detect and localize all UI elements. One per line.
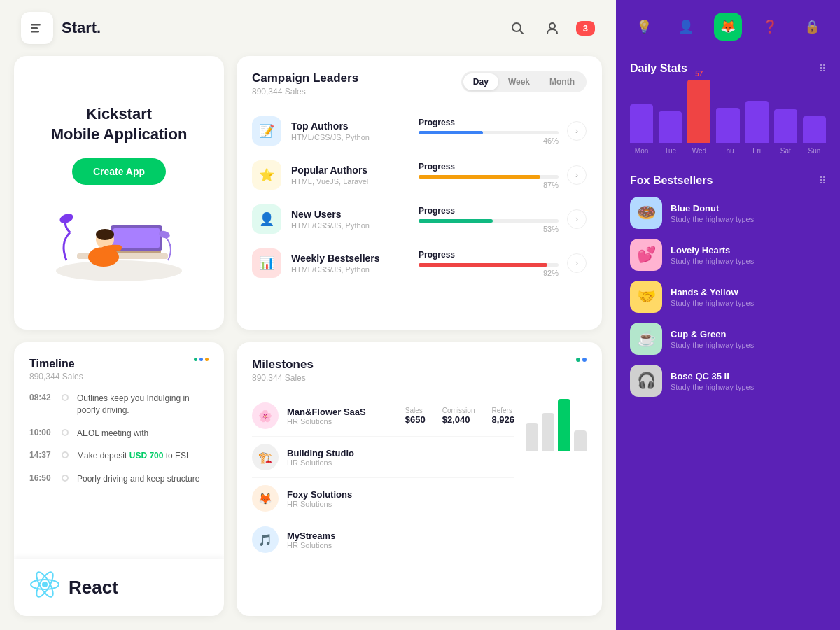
milestone-stats: Sales $650 Comission $2,040 Refers 8,926 (405, 407, 514, 425)
progress-pct: 87% (419, 181, 559, 189)
milestone-icon: 🦊 (252, 485, 279, 512)
timeline-title: Timeline (29, 358, 83, 370)
timeline-item: 16:50 Poorly driving and keep structure (29, 473, 209, 485)
campaign-subtitle: 890,344 Sales (252, 87, 358, 97)
bar-day-label: Sat (780, 147, 791, 155)
react-banner: React (14, 559, 224, 616)
fox-bestsellers-list: 🍩 Blue Donut Study the highway types 💕 L… (630, 197, 826, 397)
progress-bar-fill (419, 175, 540, 178)
filter-tab-week[interactable]: Week (498, 74, 540, 90)
filter-tab-day[interactable]: Day (463, 74, 498, 90)
sidebar-icon-user[interactable]: 👤 (672, 13, 700, 41)
bestseller-sub: Study the highway types (671, 257, 754, 265)
milestone-chart (526, 396, 587, 451)
campaign-row-icon: ⭐ (252, 160, 281, 190)
campaign-row: 👤 New Users HTML/CSS/JS, Python Progress… (252, 197, 587, 241)
bestseller-sub: Study the highway types (671, 383, 754, 391)
illustration (49, 204, 189, 281)
milestone-chart-bar (574, 430, 587, 451)
progress-bar-bg (419, 219, 559, 223)
bestseller-name: Blue Donut (671, 203, 754, 214)
search-icon[interactable] (506, 17, 528, 39)
bar-day-label: Tue (664, 147, 676, 155)
timeline-text: AEOL meeting with (77, 428, 148, 440)
timeline-item: 10:00 AEOL meeting with (29, 428, 209, 440)
daily-stat-bar-col: Tue (659, 111, 682, 155)
progress-label: Progress (419, 250, 559, 260)
daily-stat-bar-col: Fri (746, 101, 769, 155)
bestseller-name: Lovely Hearts (671, 245, 754, 255)
filter-tab-month[interactable]: Month (540, 74, 584, 90)
timeline-item: 08:42 Outlines keep you Indulging in poo… (29, 393, 209, 416)
bestseller-name: Hands & Yellow (671, 287, 754, 298)
refers-val: 8,926 (491, 414, 514, 425)
campaign-row-arrow[interactable]: › (567, 121, 587, 141)
svg-point-13 (96, 229, 114, 240)
bestseller-thumb: ☕ (630, 323, 662, 355)
bestseller-info: Bose QC 35 II Study the highway types (671, 371, 754, 391)
svg-line-4 (520, 31, 523, 34)
sidebar-icons: 💡 👤 🦊 ❓ 🔒 (616, 0, 840, 48)
timeline-time: 16:50 (29, 473, 62, 483)
milestone-row: 🌸 Man&Flower SaaS HR Solutions Sales $65… (252, 396, 514, 437)
fox-expand-icon[interactable]: ⠿ (819, 175, 826, 186)
commission-val: $2,040 (442, 414, 475, 425)
bar-day-label: Mon (635, 147, 648, 155)
milestone-row: 🎵 MyStreams HR Solutions (252, 519, 514, 560)
campaign-header: Campaign Leaders 890,344 Sales Day Week … (252, 71, 587, 97)
sidebar-icon-bulb[interactable]: 💡 (630, 13, 658, 41)
campaign-row: 📝 Top Authors HTML/CSS/JS, Python Progre… (252, 109, 587, 153)
bar-day-label: Wed (692, 147, 706, 155)
campaign-row-tech: HTML/CSS/JS, Python (291, 265, 419, 274)
logo-icon (21, 12, 53, 44)
bestseller-item: 🎧 Bose QC 35 II Study the highway types (630, 365, 826, 397)
daily-stats-title: Daily Stats (630, 62, 687, 75)
user-icon[interactable] (541, 17, 564, 39)
right-sidebar: 💡 👤 🦊 ❓ 🔒 Daily Stats ⠿ Mon Tue 57 Wed T… (616, 0, 840, 630)
peak-value: 57 (695, 70, 703, 78)
progress-pct: 92% (419, 269, 559, 277)
sidebar-icon-fox[interactable]: 🦊 (714, 13, 742, 41)
bar-day-label: Fri (752, 147, 761, 155)
bar-chart: Mon Tue 57 Wed Thu Fri Sat Sun (630, 85, 826, 155)
campaign-row: 📊 Weekly Bestsellers HTML/CSS/JS, Python… (252, 241, 587, 285)
bestseller-name: Bose QC 35 II (671, 371, 754, 382)
expand-icon[interactable]: ⠿ (819, 63, 826, 74)
milestone-icon: 🎵 (252, 526, 279, 553)
svg-point-5 (550, 23, 555, 29)
daily-stat-bar (687, 80, 710, 143)
timeline-subtitle: 890,344 Sales (29, 372, 83, 382)
campaign-rows: 📝 Top Authors HTML/CSS/JS, Python Progre… (252, 109, 587, 285)
campaign-row-icon: 📊 (252, 248, 281, 278)
react-label: React (69, 577, 118, 598)
milestone-chart-bar (558, 399, 570, 451)
kickstart-title: Kickstart Mobile Application (51, 104, 188, 144)
milestones-list: 🌸 Man&Flower SaaS HR Solutions Sales $65… (252, 396, 514, 601)
milestone-icon: 🌸 (252, 402, 279, 429)
timeline-text: Make deposit USD 700 to ESL (77, 450, 191, 462)
bestseller-sub: Study the highway types (671, 341, 754, 349)
campaign-row-tech: HTML/CSS/JS, Python (291, 133, 419, 141)
campaign-row-icon: 📝 (252, 116, 281, 146)
bestseller-item: ☕ Cup & Green Study the highway types (630, 323, 826, 355)
milestone-sub: HR Solutions (287, 500, 352, 508)
react-logo-icon (29, 569, 60, 606)
notification-badge[interactable]: 3 (576, 21, 595, 36)
sidebar-icon-lock[interactable]: 🔒 (798, 13, 826, 41)
fox-bestsellers-header: Fox Bestsellers ⠿ (630, 174, 826, 187)
sidebar-icon-question[interactable]: ❓ (756, 13, 784, 41)
campaign-row-arrow[interactable]: › (567, 165, 587, 185)
timeline-item: 14:37 Make deposit USD 700 to ESL (29, 450, 209, 462)
timeline-text: Poorly driving and keep structure (77, 473, 200, 485)
campaign-row-info: Popular Authors HTML, VueJS, Laravel (291, 164, 419, 186)
bestseller-sub: Study the highway types (671, 299, 754, 307)
milestone-chart-bar (542, 413, 554, 451)
campaign-row-arrow[interactable]: › (567, 209, 587, 229)
bestseller-item: 🤝 Hands & Yellow Study the highway types (630, 281, 826, 313)
progress-pct: 46% (419, 136, 559, 145)
campaign-row-name: Popular Authors (291, 164, 419, 176)
svg-rect-10 (113, 228, 160, 248)
bestseller-item: 🍩 Blue Donut Study the highway types (630, 197, 826, 229)
campaign-row-arrow[interactable]: › (567, 253, 587, 273)
create-app-button[interactable]: Create App (72, 158, 166, 185)
